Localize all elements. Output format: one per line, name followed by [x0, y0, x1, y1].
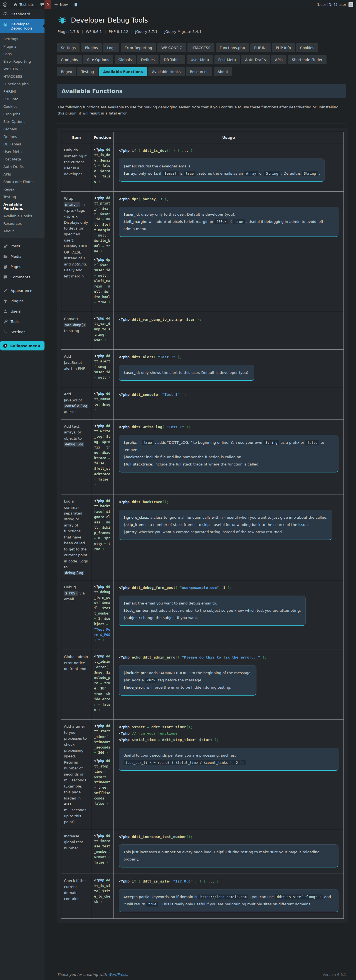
- avatar[interactable]: [348, 2, 353, 7]
- submenu-item-wp-config[interactable]: WP-CONFIG: [0, 65, 44, 73]
- table-row: Add JavaScript console.log in PHP<?php d…: [61, 387, 344, 420]
- submenu-item-globals[interactable]: Globals: [0, 126, 44, 133]
- submenu-item-available-hooks[interactable]: Available Hooks: [0, 212, 44, 220]
- tab-site-options[interactable]: Site Options: [83, 55, 113, 64]
- submenu-item-logs[interactable]: Logs: [0, 50, 44, 58]
- comments-bubble-icon: [40, 2, 44, 7]
- tab-user-meta[interactable]: User Meta: [187, 55, 213, 64]
- tab-cron-jobs[interactable]: Cron Jobs: [57, 55, 82, 64]
- tab-php-ini[interactable]: PHP.INI: [250, 43, 271, 52]
- tab-resources[interactable]: Resources: [186, 67, 212, 76]
- inline-code-chip: $sec_per_link = round( ( $total_time / $…: [123, 760, 246, 765]
- tab-regex[interactable]: Regex: [57, 67, 76, 76]
- tab-defines[interactable]: Defines: [137, 55, 158, 64]
- submenu-item-user-meta[interactable]: User Meta: [0, 148, 44, 156]
- param-label: $email:: [123, 601, 137, 605]
- submenu-item-plugins[interactable]: Plugins: [0, 43, 44, 50]
- submenu-item-site-options[interactable]: Site Options: [0, 118, 44, 126]
- bug-icon: [3, 22, 8, 27]
- sidebar-item-users[interactable]: Users: [0, 306, 44, 317]
- tooltip-line: $ignore_class: a class to ignore all fun…: [123, 514, 328, 521]
- tab-globals[interactable]: Globals: [115, 55, 136, 64]
- page-title: Developer Debug Tools: [71, 16, 148, 24]
- inline-code-chip: 200px: [214, 219, 228, 224]
- inline-code-chip: String: [263, 440, 279, 445]
- tab-available-hooks[interactable]: Available Hooks: [148, 67, 185, 76]
- sidebar-item-tools[interactable]: Tools: [0, 317, 44, 327]
- submenu-item-shortcode-finder[interactable]: Shortcode Finder: [0, 178, 44, 186]
- usage-code-line: <?php $total_time = ddtt_stop_timer( $st…: [119, 737, 339, 743]
- version-meta-item: jQuery 3.7.1: [135, 30, 157, 34]
- submenu-item-testing[interactable]: Testing: [0, 193, 44, 200]
- new-label: New: [60, 3, 68, 7]
- function-signature: <?php ddtt_var_dump_to_string( $var ): [94, 316, 111, 343]
- comments-menu[interactable]: [37, 0, 44, 9]
- tab-apis[interactable]: APIs: [271, 55, 286, 64]
- tooltip-line: $prefix: if true , adds "DDTT_LOG: " to …: [123, 439, 334, 453]
- page-shortcut[interactable]: [71, 0, 81, 9]
- tab-db-tables[interactable]: DB Tables: [160, 55, 185, 64]
- site-name-menu[interactable]: Test site: [10, 0, 37, 9]
- sidebar-item-comments[interactable]: Comments: [0, 272, 44, 282]
- sidebar-item-posts[interactable]: Posts: [0, 241, 44, 251]
- submenu-item-settings[interactable]: Settings: [0, 35, 44, 43]
- usage-cell: <?php ddtt_write_log( "Test 1" );$prefix…: [114, 419, 343, 494]
- submenu-item-regex[interactable]: Regex: [0, 186, 44, 193]
- collapse-menu-button[interactable]: Collapse menu: [0, 341, 44, 350]
- tab-shortcode-finder[interactable]: Shortcode Finder: [288, 55, 326, 64]
- sidebar-item-appearance[interactable]: Appearance: [0, 286, 44, 296]
- tab-testing[interactable]: Testing: [78, 67, 98, 76]
- submenu-item-cron-jobs[interactable]: Cron Jobs: [0, 110, 44, 118]
- submenu-item-about[interactable]: About: [0, 228, 44, 235]
- tab-plugins[interactable]: Plugins: [81, 43, 102, 52]
- tab-functions-php[interactable]: Functions.php: [216, 43, 249, 52]
- sidebar-item-settings[interactable]: Settings: [0, 327, 44, 337]
- submenu-item-apis[interactable]: APIs: [0, 170, 44, 178]
- pages-icon: [3, 264, 8, 269]
- sidebar-item-media[interactable]: Media: [0, 251, 44, 262]
- submenu-item-db-tables[interactable]: DB Tables: [0, 140, 44, 148]
- submenu-item-error-reporting[interactable]: Error Reporting: [0, 58, 44, 65]
- function-cell: <?php ddtt_write_log( $log, $prefix = tr…: [91, 419, 114, 494]
- submenu-item-resources[interactable]: Resources: [0, 220, 44, 228]
- tab-wp-config[interactable]: WP-CONFIG: [157, 43, 186, 52]
- tab-about[interactable]: About: [214, 67, 232, 76]
- submenu-item-php-ini[interactable]: PHP.INI: [0, 88, 44, 95]
- submenu-item-php-info[interactable]: PHP Info: [0, 95, 44, 103]
- sidebar-item-pages[interactable]: Pages: [0, 262, 44, 272]
- submenu-item-auto-drafts[interactable]: Auto-Drafts: [0, 163, 44, 170]
- wordpress-logo[interactable]: W: [0, 0, 10, 9]
- tab-post-meta[interactable]: Post Meta: [214, 55, 240, 64]
- tab-auto-drafts[interactable]: Auto-Drafts: [241, 55, 270, 64]
- new-menu[interactable]: New: [51, 0, 71, 9]
- inline-code-chip: String: [302, 171, 318, 176]
- param-label: $br:: [123, 678, 131, 682]
- tab-available-functions[interactable]: Available Functions: [99, 67, 147, 76]
- sidebar-item-plugins[interactable]: Plugins: [0, 296, 44, 306]
- tab-htaccess[interactable]: HTACCESS: [187, 43, 214, 52]
- tab-cookies[interactable]: Cookies: [296, 43, 318, 52]
- param-label: $hide_error:: [123, 685, 146, 689]
- tab-logs[interactable]: Logs: [103, 43, 119, 52]
- user-info[interactable]: (User ID: 1) user: [316, 3, 346, 7]
- section-heading: Available Functions: [57, 84, 346, 98]
- tab-php-info[interactable]: PHP Info: [272, 43, 295, 52]
- usage-tooltip: $ignore_class: a class to ignore all fun…: [119, 510, 332, 540]
- sidebar-item-developer-debug-tools[interactable]: Developer Debug Tools: [0, 19, 44, 33]
- submenu-item-cookies[interactable]: Cookies: [0, 103, 44, 110]
- wordpress-link[interactable]: WordPress: [108, 972, 127, 977]
- comments-count-badge[interactable]: 0: [44, 0, 51, 9]
- sidebar-item-dashboard[interactable]: Dashboard: [0, 9, 44, 19]
- tab-error-reporting[interactable]: Error Reporting: [121, 43, 156, 52]
- function-signature: <?php ddtt_is_dev( $email = false, $arra…: [94, 147, 111, 185]
- item-cell: Global admin error notice on front-end: [61, 650, 91, 719]
- submenu-item-htaccess[interactable]: HTACCESS: [0, 73, 44, 80]
- function-signature: <?php ddtt_is_site( $site_to_check ): [94, 878, 111, 905]
- function-cell: <?php ddtt_is_site( $site_to_check ): [91, 874, 114, 919]
- function-signature: <?php ddtt_stop_timer( $start, $timeout …: [94, 758, 111, 807]
- submenu-item-defines[interactable]: Defines: [0, 133, 44, 140]
- submenu-item-functions-php[interactable]: Functions.php: [0, 80, 44, 88]
- tab-settings[interactable]: Settings: [57, 43, 79, 52]
- submenu-item-available-functions[interactable]: Available Functions: [0, 200, 44, 212]
- submenu-item-post-meta[interactable]: Post Meta: [0, 156, 44, 163]
